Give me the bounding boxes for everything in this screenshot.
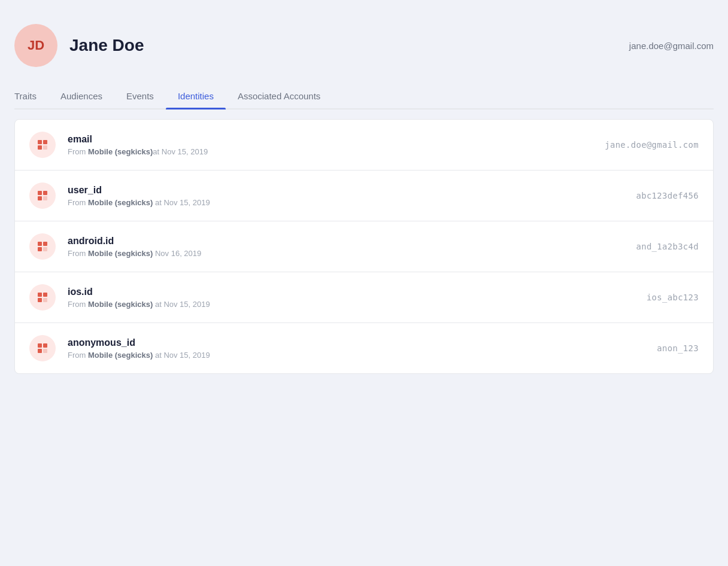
identity-source-android-id: From Mobile (segkicks) Nov 16, 2019 [68, 249, 636, 258]
svg-rect-18 [38, 349, 42, 353]
identity-icon-android-id [29, 233, 56, 260]
identity-icon-ios-id [29, 284, 56, 311]
identity-row-ios-id: ios.id From Mobile (segkicks) at Nov 15,… [15, 272, 713, 323]
identity-info-user-id: user_id From Mobile (segkicks) at Nov 15… [68, 185, 636, 207]
identity-name-user-id: user_id [68, 185, 636, 196]
identity-name-ios-id: ios.id [68, 287, 647, 297]
tab-identities[interactable]: Identities [166, 84, 226, 108]
svg-rect-1 [43, 140, 47, 144]
svg-rect-5 [43, 191, 47, 195]
svg-rect-14 [38, 298, 42, 302]
svg-rect-12 [38, 293, 42, 297]
svg-rect-4 [38, 191, 42, 195]
svg-rect-19 [43, 349, 47, 353]
identity-value-ios-id: ios_abc123 [647, 293, 699, 302]
profile-left: JD Jane Doe [14, 24, 144, 67]
svg-rect-2 [38, 145, 42, 150]
tab-traits[interactable]: Traits [14, 84, 48, 108]
identity-row-anonymous-id: anonymous_id From Mobile (segkicks) at N… [15, 323, 713, 373]
segment-icon [37, 291, 48, 303]
svg-rect-9 [43, 242, 47, 246]
svg-rect-15 [43, 298, 47, 302]
tab-events[interactable]: Events [114, 84, 166, 108]
svg-rect-16 [38, 343, 42, 348]
segment-icon [37, 241, 48, 252]
identity-source-ios-id: From Mobile (segkicks) at Nov 15, 2019 [68, 300, 647, 309]
identity-source-user-id: From Mobile (segkicks) at Nov 15, 2019 [68, 198, 636, 207]
svg-rect-0 [38, 140, 42, 144]
tabs-container: Traits Audiences Events Identities Assoc… [14, 84, 714, 109]
svg-rect-6 [38, 196, 42, 200]
svg-rect-8 [38, 242, 42, 246]
identity-icon-anonymous-id [29, 335, 56, 361]
identity-name-anonymous-id: anonymous_id [68, 337, 657, 348]
segment-icon [37, 190, 48, 202]
identities-list: email From Mobile (segkicks)at Nov 15, 2… [14, 119, 714, 374]
identity-source-anonymous-id: From Mobile (segkicks) at Nov 15, 2019 [68, 351, 657, 360]
tab-associated-accounts[interactable]: Associated Accounts [226, 84, 332, 108]
identity-info-email: email From Mobile (segkicks)at Nov 15, 2… [68, 134, 605, 156]
profile-email: jane.doe@gmail.com [629, 41, 714, 51]
identity-name-android-id: android.id [68, 236, 636, 247]
segment-icon [37, 139, 48, 151]
segment-icon [37, 342, 48, 354]
avatar: JD [14, 24, 57, 67]
tab-audiences[interactable]: Audiences [48, 84, 114, 108]
profile-header: JD Jane Doe jane.doe@gmail.com [14, 14, 714, 79]
identity-source-email: From Mobile (segkicks)at Nov 15, 2019 [68, 147, 605, 156]
identity-icon-email [29, 132, 56, 158]
identity-value-email: jane.doe@gmail.com [605, 140, 699, 150]
identity-info-ios-id: ios.id From Mobile (segkicks) at Nov 15,… [68, 287, 647, 309]
page-container: JD Jane Doe jane.doe@gmail.com Traits Au… [0, 0, 728, 374]
identity-row-email: email From Mobile (segkicks)at Nov 15, 2… [15, 120, 713, 171]
svg-rect-17 [43, 343, 47, 348]
profile-name: Jane Doe [69, 36, 144, 55]
identity-row-user-id: user_id From Mobile (segkicks) at Nov 15… [15, 171, 713, 221]
identity-name-email: email [68, 134, 605, 145]
identity-row-android-id: android.id From Mobile (segkicks) Nov 16… [15, 221, 713, 272]
identity-icon-user-id [29, 182, 56, 209]
identity-info-anonymous-id: anonymous_id From Mobile (segkicks) at N… [68, 337, 657, 360]
identity-info-android-id: android.id From Mobile (segkicks) Nov 16… [68, 236, 636, 258]
svg-rect-13 [43, 293, 47, 297]
identity-value-android-id: and_1a2b3c4d [636, 242, 699, 251]
svg-rect-10 [38, 247, 42, 251]
avatar-initials: JD [28, 38, 44, 53]
svg-rect-7 [43, 196, 47, 200]
svg-rect-11 [43, 247, 47, 251]
identity-value-user-id: abc123def456 [636, 191, 699, 200]
identity-value-anonymous-id: anon_123 [657, 343, 699, 353]
svg-rect-3 [43, 145, 47, 150]
